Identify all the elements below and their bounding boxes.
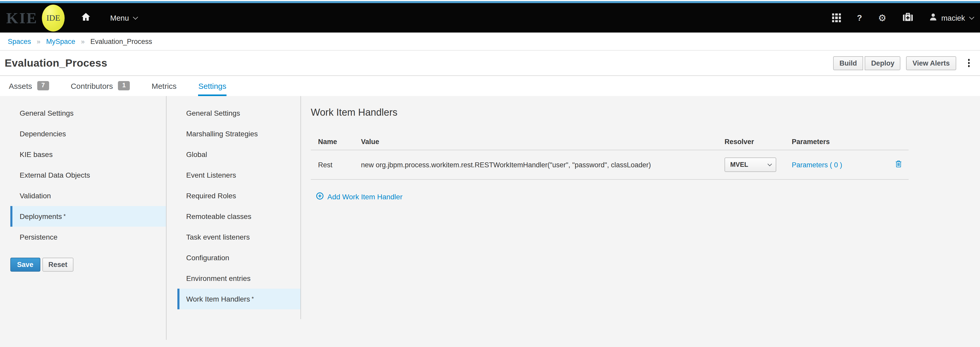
breadcrumb-spaces[interactable]: Spaces (8, 38, 31, 45)
sidebar-item-deployments[interactable]: Deployments* (10, 206, 166, 227)
chevron-down-icon (969, 14, 974, 20)
subnav-item-remoteable-classes[interactable]: Remoteable classes (177, 206, 301, 227)
subnav-item-configuration[interactable]: Configuration (177, 247, 301, 268)
page-header-actions: Build Deploy View Alerts (833, 56, 973, 70)
username: maciek (941, 14, 965, 22)
breadcrumb-myspace[interactable]: MySpace (46, 38, 75, 45)
kebab-menu-icon[interactable] (965, 57, 973, 69)
home-button[interactable] (81, 13, 91, 23)
assets-count-badge: 7 (37, 81, 49, 90)
subnav-item-global[interactable]: Global (177, 144, 301, 165)
work-item-handlers-panel: Work Item Handlers Name Value Resolver P… (301, 96, 980, 347)
table-row: Rest new org.jbpm.process.workitem.rest.… (311, 150, 908, 180)
save-button[interactable]: Save (10, 258, 40, 272)
column-header-value: Value (361, 138, 724, 145)
tab-assets-label: Assets (9, 81, 32, 90)
project-tabs: Assets 7 Contributors 1 Metrics Settings (0, 76, 980, 96)
tab-metrics-label: Metrics (151, 81, 177, 90)
tab-metrics[interactable]: Metrics (151, 76, 177, 96)
page-title: Evaluation_Process (5, 57, 107, 69)
add-link-label: Add Work Item Handler (327, 193, 402, 201)
subnav-item-environment-entries[interactable]: Environment entries (177, 268, 301, 288)
menu-label: Menu (110, 14, 129, 22)
sidebar-item-general-settings[interactable]: General Settings (10, 103, 166, 124)
breadcrumb-current: Evaluation_Process (91, 38, 152, 45)
add-work-item-handler-link[interactable]: Add Work Item Handler (311, 192, 402, 201)
tab-contributors-label: Contributors (71, 81, 113, 90)
tab-contributors[interactable]: Contributors 1 (71, 76, 130, 96)
subnav-item-general-settings[interactable]: General Settings (177, 103, 301, 124)
resolver-selected-value: MVEL (730, 161, 748, 168)
add-circle-icon (316, 192, 324, 201)
masthead: KIE IDE Menu ? ⚙ (0, 3, 980, 33)
deployments-subnav-list: General Settings Marshalling Strategies … (167, 103, 301, 309)
kie-ide-app: KIE IDE Menu ? ⚙ (0, 0, 980, 347)
sidebar-item-validation[interactable]: Validation (10, 185, 166, 206)
column-header-resolver: Resolver (724, 138, 792, 145)
tab-assets[interactable]: Assets 7 (9, 76, 49, 96)
medkit-icon[interactable] (902, 12, 913, 24)
subnav-item-required-roles[interactable]: Required Roles (177, 185, 301, 206)
settings-sidebar: General Settings Dependencies KIE bases … (0, 96, 167, 340)
view-alerts-button[interactable]: View Alerts (906, 56, 956, 70)
trash-icon (895, 162, 902, 170)
logo-ide-ellipse: IDE (42, 5, 65, 31)
column-header-name: Name (318, 138, 361, 145)
top-accent-bar (0, 1, 980, 3)
modified-marker: * (251, 295, 254, 301)
app-launcher-icon[interactable] (832, 13, 841, 22)
contributors-count-badge: 1 (118, 81, 130, 90)
menu-dropdown[interactable]: Menu (110, 14, 137, 22)
chevron-down-icon (767, 162, 772, 166)
section-title: Work Item Handlers (311, 107, 980, 118)
reset-button[interactable]: Reset (42, 258, 74, 272)
handler-name: Rest (318, 161, 361, 169)
home-icon (81, 13, 91, 23)
settings-content: General Settings Dependencies KIE bases … (0, 96, 980, 347)
subnav-item-task-event-listeners[interactable]: Task event listeners (177, 227, 301, 247)
column-header-parameters: Parameters (792, 138, 888, 145)
breadcrumb-separator: » (81, 38, 84, 45)
help-icon[interactable]: ? (857, 13, 862, 22)
page-header: Evaluation_Process Build Deploy View Ale… (0, 51, 980, 76)
kie-ide-logo[interactable]: KIE IDE (6, 5, 65, 31)
work-item-handlers-table: Name Value Resolver Parameters Rest new … (311, 133, 908, 180)
user-menu[interactable]: maciek (929, 13, 973, 23)
subnav-item-work-item-handlers[interactable]: Work Item Handlers* (177, 288, 301, 309)
deploy-button[interactable]: Deploy (865, 56, 900, 70)
logo-ide-text: IDE (46, 13, 60, 22)
masthead-utilities: ? ⚙ maciek (832, 12, 973, 24)
tab-settings[interactable]: Settings (198, 76, 226, 96)
modified-marker: * (64, 213, 66, 219)
sidebar-actions: Save Reset (10, 258, 166, 272)
parameters-link[interactable]: Parameters ( 0 ) (792, 161, 842, 169)
user-icon (929, 13, 937, 23)
subnav-item-marshalling-strategies[interactable]: Marshalling Strategies (177, 124, 301, 144)
breadcrumb-separator: » (37, 38, 40, 45)
chevron-down-icon (133, 14, 138, 20)
gear-icon[interactable]: ⚙ (878, 13, 886, 22)
subnav-item-event-listeners[interactable]: Event Listeners (177, 165, 301, 185)
sidebar-item-kie-bases[interactable]: KIE bases (10, 144, 166, 165)
settings-nav-list: General Settings Dependencies KIE bases … (0, 103, 166, 247)
handler-value: new org.jbpm.process.workitem.rest.RESTW… (361, 161, 724, 169)
build-deploy-group: Build Deploy (833, 56, 900, 70)
deployments-subnav: General Settings Marshalling Strategies … (167, 96, 301, 319)
resolver-select[interactable]: MVEL (724, 157, 776, 172)
tab-settings-label: Settings (198, 81, 226, 90)
build-button[interactable]: Build (833, 56, 863, 70)
sidebar-item-external-data-objects[interactable]: External Data Objects (10, 165, 166, 185)
delete-handler-button[interactable] (894, 159, 903, 170)
sidebar-item-dependencies[interactable]: Dependencies (10, 124, 166, 144)
sidebar-item-persistence[interactable]: Persistence (10, 227, 166, 247)
logo-kie-text: KIE (6, 9, 38, 27)
breadcrumb: Spaces » MySpace » Evaluation_Process (0, 33, 980, 51)
table-header-row: Name Value Resolver Parameters (311, 133, 908, 150)
